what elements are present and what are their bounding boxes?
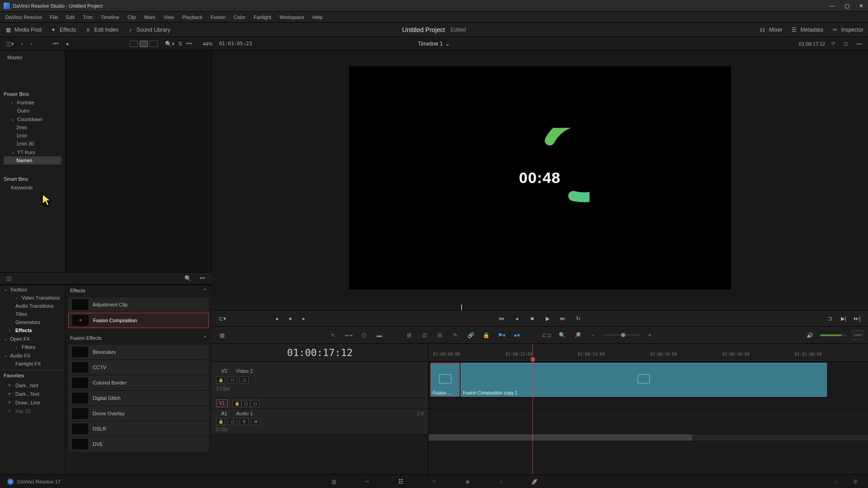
go-to-end-icon[interactable]: ▶|	[839, 314, 848, 323]
menu-edit[interactable]: Edit	[62, 13, 78, 21]
bin-ytkurs[interactable]: ⌄YT Kurs	[4, 148, 61, 156]
razor-icon[interactable]: ✎	[450, 330, 460, 340]
timeline-view-icon[interactable]: ▦	[217, 330, 227, 340]
cat-video-transitions[interactable]: ›Video Transitions	[0, 294, 65, 302]
link-icon[interactable]: 🔗	[466, 330, 476, 340]
effect-drone-overlay[interactable]: Drone Overlay	[68, 406, 209, 421]
overwrite-clip-icon[interactable]: ⊡	[420, 330, 429, 340]
lock-track-icon[interactable]: 🔒	[232, 400, 241, 407]
lock-track-icon[interactable]: 🔒	[216, 418, 225, 425]
zoom-to-fit-icon[interactable]: 🔍	[557, 330, 567, 340]
nav-back-button[interactable]: ‹	[19, 40, 25, 48]
effect-colored-border[interactable]: Colored Border	[68, 375, 209, 390]
lock-icon[interactable]: 🔒	[481, 330, 491, 340]
media-pool-toggle[interactable]: ▦Media Pool	[5, 26, 42, 33]
effects-category-header[interactable]: Effects⌃	[66, 285, 212, 296]
track-lane-v1[interactable]	[429, 398, 868, 409]
toolbox-header[interactable]: ⌄Toolbox	[0, 285, 65, 294]
viewer-options-icon[interactable]: •••	[854, 40, 863, 47]
close-button[interactable]: ✕	[858, 3, 864, 9]
marker-icon[interactable]: ●▾	[512, 330, 522, 340]
marker-nav-icon[interactable]: ●	[286, 314, 295, 323]
fav-item[interactable]: ★Flip 3D	[0, 407, 65, 415]
fusion-page-tab[interactable]: ⚛	[429, 477, 439, 486]
trim-tool[interactable]: ⟷	[344, 330, 354, 340]
view-list-icon[interactable]	[150, 41, 158, 47]
cat-effects[interactable]: ›Effects	[0, 326, 65, 334]
minimize-button[interactable]: —	[829, 3, 835, 9]
viewer-zoom[interactable]: 44%	[203, 41, 212, 47]
openfx-header[interactable]: ⌄Open FX	[0, 334, 65, 343]
menu-clip[interactable]: Clip	[124, 13, 140, 21]
inspector-toggle[interactable]: ✂Inspector	[831, 26, 863, 33]
fairlight-page-tab[interactable]: ♪	[495, 477, 506, 486]
effect-dve[interactable]: DVE	[68, 437, 209, 451]
menu-fusion[interactable]: Fusion	[207, 13, 229, 21]
view-thumbnail-icon[interactable]	[140, 41, 148, 47]
more-options-icon[interactable]: •••	[184, 40, 194, 48]
zoom-out-icon[interactable]: −	[588, 330, 598, 340]
effect-cctv[interactable]: CCTV	[68, 360, 209, 375]
track-v1-dest[interactable]: V1	[216, 399, 228, 407]
auto-select-icon[interactable]: ▢	[228, 376, 237, 384]
bin-1min[interactable]: 1min	[4, 131, 61, 140]
menu-timeline[interactable]: Timeline	[97, 13, 123, 21]
panel-collapse-icon[interactable]: ◫	[5, 274, 13, 282]
flag-icon[interactable]: ⚑▾	[496, 330, 506, 340]
effects-toggle[interactable]: ✦Effects	[50, 26, 76, 33]
effect-binoculars[interactable]: Binoculars	[68, 345, 209, 359]
track-header-a1[interactable]: A1 Audio 1 2.0 🔒 ◻ S M 0 Clip	[212, 409, 428, 434]
menu-file[interactable]: File	[47, 13, 62, 21]
timeline-timecode[interactable]: 01:00:17:12	[212, 344, 428, 362]
track-lane-a1[interactable]	[429, 409, 868, 434]
zoom-in-icon[interactable]: +	[645, 330, 655, 340]
solo-button[interactable]: S	[240, 418, 249, 425]
timeline-tracks[interactable]: 01:00:00:00 01:00:12:00 01:00:24:00 01:0…	[429, 344, 868, 474]
menu-fairlight[interactable]: Fairlight	[250, 13, 275, 21]
effect-fusion-composition[interactable]: ✦Fusion Composition	[68, 313, 209, 328]
disable-track-icon[interactable]: ◻	[240, 376, 249, 384]
insert-mode-icon[interactable]: ⊏▾	[218, 314, 227, 323]
stop-button[interactable]: ■	[528, 314, 537, 323]
blade-tool[interactable]: ▬	[374, 330, 384, 340]
menu-color[interactable]: Color	[230, 13, 249, 21]
next-frame-button[interactable]: ⏭	[558, 314, 567, 323]
single-viewer-icon[interactable]: ◫	[842, 40, 850, 47]
color-page-tab[interactable]: ◉	[462, 477, 473, 486]
next-marker-icon[interactable]: ▸	[299, 314, 308, 323]
first-frame-button[interactable]: ⏮	[497, 314, 506, 323]
snapping-icon[interactable]: ⊏⊐	[542, 330, 552, 340]
clip-fusion-1[interactable]: Fusion ...	[430, 363, 460, 397]
insert-clip-icon[interactable]: ⊞	[404, 330, 414, 340]
effect-dslr[interactable]: DSLR	[68, 422, 209, 436]
last-frame-icon[interactable]: ⏭|	[853, 314, 862, 323]
play-button[interactable]: ▶	[543, 314, 552, 323]
timeline-ruler[interactable]: 01:00:00:00 01:00:12:00 01:00:24:00 01:0…	[429, 344, 868, 362]
arm-icon[interactable]: ◻	[228, 418, 237, 425]
media-pool-area[interactable]	[66, 51, 212, 272]
bin-2min[interactable]: 2min	[4, 123, 61, 131]
menu-trim[interactable]: Trim	[79, 13, 96, 21]
deliver-page-tab[interactable]: 🚀	[529, 477, 540, 486]
disable-track-icon[interactable]: ◻	[250, 400, 259, 407]
bin-1min30[interactable]: 1min 30	[4, 140, 61, 148]
bypass-icon[interactable]: ⟳	[830, 40, 837, 47]
edit-page-tab[interactable]: ☷	[395, 477, 406, 486]
viewer-scrubber[interactable]	[212, 305, 868, 310]
bin-countdown[interactable]: ⌄Countdown	[4, 115, 61, 123]
match-frame-icon[interactable]: ◂	[272, 314, 281, 323]
cut-page-tab[interactable]: ✂	[362, 477, 373, 486]
fav-item[interactable]: ★Dark...Text	[0, 389, 65, 398]
search-icon[interactable]: 🔍▾	[163, 40, 176, 48]
timeline-selector[interactable]: Timeline 1⌄	[418, 41, 450, 47]
edit-index-toggle[interactable]: ≡Edit Index	[85, 26, 118, 33]
volume-slider[interactable]	[820, 334, 847, 336]
cat-filters[interactable]: ›Filters	[0, 343, 65, 351]
auto-select-icon[interactable]: ▢	[241, 400, 250, 407]
dim-button[interactable]: DIM	[853, 330, 863, 340]
replace-clip-icon[interactable]: ⊟	[435, 330, 445, 340]
menu-playback[interactable]: Playback	[179, 13, 206, 21]
zoom-slider[interactable]	[603, 334, 639, 336]
menu-davinci[interactable]: DaVinci Resolve	[2, 13, 46, 21]
track-header-v2[interactable]: V2 Video 2 🔒 ▢ ◻ 2 Clips	[212, 362, 428, 398]
